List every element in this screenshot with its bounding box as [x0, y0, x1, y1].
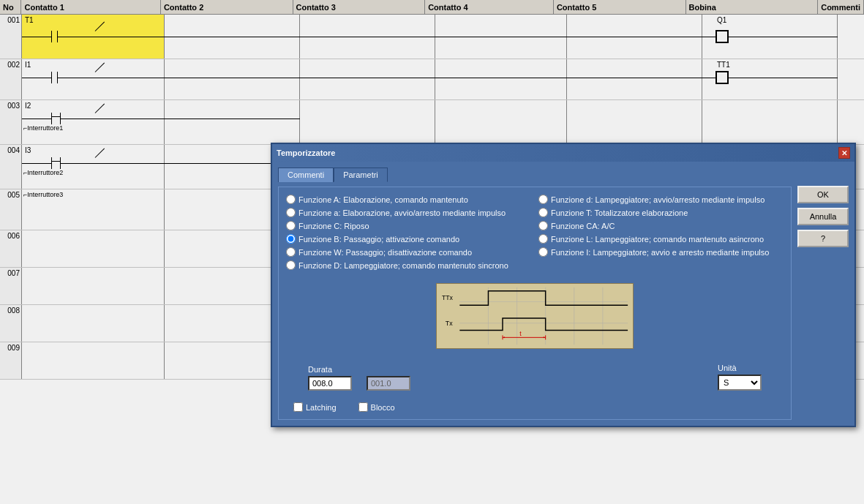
radio-funzione-I[interactable]: Funzione I: Lampeggiatore; avvio e arres… [538, 247, 784, 257]
wire-001-c4 [435, 37, 567, 37]
ok-button[interactable]: OK [797, 186, 849, 203]
row-num-008: 008 [0, 305, 22, 342]
wire-001-bob-right [729, 37, 838, 37]
durata-input[interactable] [308, 376, 352, 391]
contact-004-bar1 [51, 157, 52, 169]
row-num-006: 006 [0, 230, 22, 267]
wire-002-c3 [300, 78, 435, 78]
radio-funzione-C[interactable]: Funzione C: Riposo [286, 221, 531, 230]
row-001-c3 [300, 15, 435, 59]
blocco-checkbox[interactable] [358, 402, 368, 412]
contact-001-bar1 [51, 31, 52, 42]
radio-label-C: Funzione C: Riposo [298, 222, 369, 230]
diag-002 [95, 62, 105, 72]
svg-text:Tx: Tx [446, 320, 453, 327]
modal-buttons: OK Annulla ? [797, 168, 849, 420]
radio-input-C[interactable] [286, 221, 296, 230]
svg-text:t: t [519, 330, 522, 337]
row-003-comm [838, 100, 864, 144]
header-row: No Contatto 1 Contatto 2 Contatto 3 Cont… [0, 0, 864, 15]
label-I1: I1 [25, 61, 31, 69]
radio-label-D: Funzione D: Lampeggiatore; comando mante… [298, 261, 508, 270]
radio-funzione-CA[interactable]: Funzione CA: A/C [538, 221, 784, 230]
timing-diagram-container: TTx Tx [286, 277, 784, 355]
latching-checkbox[interactable] [293, 402, 303, 412]
radio-input-D[interactable] [286, 260, 296, 270]
checkbox-group: Latching Blocco [286, 402, 784, 412]
grid-row-002: 002 I1 TT1 [0, 59, 864, 100]
row-002-c3 [300, 59, 435, 99]
tab-bar: Commenti Parametri [278, 168, 792, 182]
row-002-bob: TT1 [702, 59, 838, 99]
unita-select[interactable]: S Min H [718, 375, 762, 391]
modal-close-button[interactable]: ✕ [838, 147, 850, 159]
modal-content: Commenti Parametri Funzione A: Elaborazi… [278, 168, 792, 420]
wire-003-left [22, 119, 51, 119]
header-bobina: Bobina [686, 0, 819, 14]
radio-funzione-D[interactable]: Funzione D: Lampeggiatore; comando mante… [286, 260, 531, 270]
radio-funzione-L[interactable]: Funzione L: Lampeggiatore; comando mante… [538, 234, 784, 244]
main-area: No Contatto 1 Contatto 2 Contatto 3 Cont… [0, 0, 864, 504]
wire-001-bob-left [702, 37, 715, 37]
latching-item[interactable]: Latching [293, 402, 337, 412]
grid-row-003: 003 I2 ⌐Interruttore1 [0, 100, 864, 145]
radio-label-d: Funzione d: Lampeggiatore; avvio/arresto… [551, 195, 765, 204]
contact-003-bar1 [51, 113, 52, 124]
wire-002-c5 [567, 78, 702, 78]
row-002-comm [838, 59, 864, 99]
radio-input-W[interactable] [286, 247, 296, 257]
row-002-c2 [165, 59, 300, 99]
wire-001-c2 [165, 37, 300, 37]
wire-001-c5 [567, 37, 702, 37]
header-c5: Contatto 5 [554, 0, 686, 14]
radio-funzione-W[interactable]: Funzione W: Passaggio; disattivazione co… [286, 247, 531, 257]
radio-group: Funzione A: Elaborazione, comando manten… [286, 195, 784, 270]
radio-funzione-B[interactable]: Funzione B: Passaggio; attivazione coman… [286, 234, 531, 244]
svg-text:TTx: TTx [442, 294, 454, 301]
latching-label: Latching [306, 403, 337, 412]
wire-001-c3 [300, 37, 435, 37]
row-num-004: 004 [0, 145, 22, 189]
modal-title: Temporizzatore [277, 148, 335, 157]
radio-input-I[interactable] [538, 247, 548, 257]
radio-funzione-a[interactable]: Funzione a: Elaborazione, avvio/arresto … [286, 208, 531, 217]
help-button[interactable]: ? [797, 230, 849, 247]
header-c4: Contatto 4 [425, 0, 554, 14]
wire-003-right [60, 119, 165, 119]
radio-input-a[interactable] [286, 208, 296, 217]
blocco-item[interactable]: Blocco [358, 402, 395, 412]
row-004-c1: I3 ⌐Interruttore2 [22, 145, 165, 189]
radio-input-T[interactable] [538, 208, 548, 217]
label-interruttore1: ⌐Interruttore1 [23, 124, 63, 132]
header-c2: Contatto 2 [161, 0, 293, 14]
grid-row-001: 001 T1 Q1 [0, 15, 864, 59]
row-001-c5 [567, 15, 702, 59]
tab-parametri[interactable]: Parametri [334, 168, 388, 182]
radio-label-W: Funzione W: Passaggio; disattivazione co… [298, 248, 472, 257]
row-003-bob [702, 100, 838, 144]
radio-label-I: Funzione I: Lampeggiatore; avvio e arres… [551, 248, 769, 257]
row-006-c1 [22, 230, 165, 267]
wire-002-right [57, 78, 165, 78]
row-001-c1: T1 [22, 15, 165, 59]
row-005-c1: ⌐Interruttore3 [22, 189, 165, 230]
radio-input-A[interactable] [286, 195, 296, 204]
radio-input-CA[interactable] [538, 221, 548, 230]
radio-funzione-T[interactable]: Funzione T: Totalizzatore elaborazione [538, 208, 784, 217]
tab-commenti[interactable]: Commenti [278, 168, 334, 182]
blocco-label: Blocco [371, 403, 395, 412]
radio-input-B[interactable] [286, 234, 296, 244]
label-I2: I2 [25, 102, 31, 110]
durata-group: Durata [308, 365, 352, 391]
radio-funzione-d[interactable]: Funzione d: Lampeggiatore; avvio/arresto… [538, 195, 784, 204]
annulla-button[interactable]: Annulla [797, 208, 849, 225]
radio-input-d[interactable] [538, 195, 548, 204]
content-panel: Funzione A: Elaborazione, comando manten… [278, 187, 792, 420]
row-num-003: 003 [0, 100, 22, 144]
radio-funzione-A[interactable]: Funzione A: Elaborazione, comando manten… [286, 195, 531, 204]
coil-002 [715, 71, 729, 84]
label-interruttore3: ⌐Interruttore3 [23, 191, 63, 198]
row-num-005: 005 [0, 189, 22, 230]
radio-input-L[interactable] [538, 234, 548, 244]
wire-004-left [22, 163, 51, 164]
